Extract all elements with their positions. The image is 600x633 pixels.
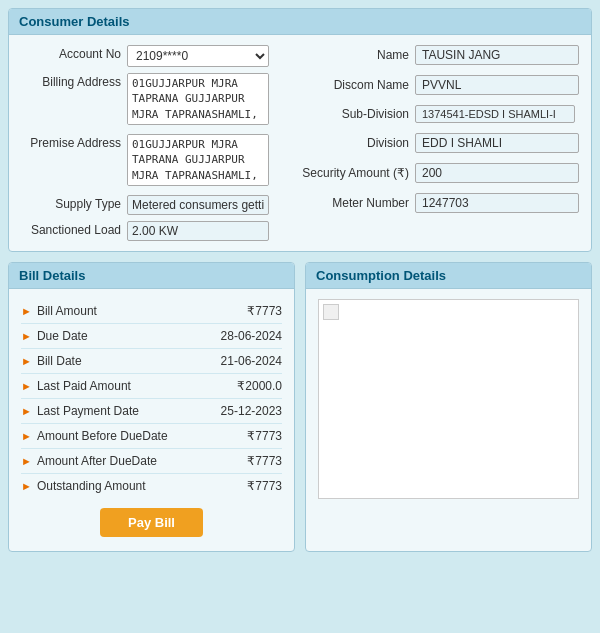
bill-item-left: ► Bill Date bbox=[21, 354, 82, 368]
bill-item-value: ₹7773 bbox=[247, 429, 282, 443]
sub-division-input bbox=[415, 105, 575, 123]
division-row: Division bbox=[289, 133, 579, 153]
sub-division-value bbox=[415, 105, 575, 123]
bill-list-item[interactable]: ► Bill Date 21-06-2024 bbox=[21, 349, 282, 374]
bill-item-label: Amount Before DueDate bbox=[37, 429, 168, 443]
bill-item-left: ► Bill Amount bbox=[21, 304, 97, 318]
bill-item-label: Last Paid Amount bbox=[37, 379, 131, 393]
bill-item-left: ► Due Date bbox=[21, 329, 88, 343]
arrow-icon: ► bbox=[21, 355, 32, 367]
arrow-icon: ► bbox=[21, 455, 32, 467]
supply-type-input bbox=[127, 195, 269, 215]
arrow-icon: ► bbox=[21, 330, 32, 342]
supply-type-row: Supply Type bbox=[21, 195, 269, 215]
bill-item-value: 28-06-2024 bbox=[221, 329, 282, 343]
security-amount-label: Security Amount (₹) bbox=[289, 166, 409, 180]
consumer-details-section: Consumer Details Account No 2109****0 Bi… bbox=[8, 8, 592, 252]
consumption-details-section: Consumption Details bbox=[305, 262, 592, 552]
bill-item-left: ► Amount After DueDate bbox=[21, 454, 157, 468]
sanctioned-load-input bbox=[127, 221, 269, 241]
premise-address-label: Premise Address bbox=[21, 134, 121, 150]
arrow-icon: ► bbox=[21, 430, 32, 442]
consumer-left-col: Account No 2109****0 Billing Address Pre… bbox=[21, 45, 269, 241]
discom-name-input bbox=[415, 75, 579, 95]
meter-number-value bbox=[415, 193, 579, 213]
account-no-row: Account No 2109****0 bbox=[21, 45, 269, 67]
bill-item-value: ₹2000.0 bbox=[237, 379, 282, 393]
billing-address-row: Billing Address bbox=[21, 73, 269, 128]
account-no-select[interactable]: 2109****0 bbox=[127, 45, 269, 67]
meter-number-label: Meter Number bbox=[289, 196, 409, 210]
account-no-value[interactable]: 2109****0 bbox=[127, 45, 269, 67]
consumer-details-title: Consumer Details bbox=[9, 9, 591, 35]
sub-division-row: Sub-Division bbox=[289, 105, 579, 123]
billing-address-value bbox=[127, 73, 269, 128]
premise-address-textarea bbox=[127, 134, 269, 186]
consumption-chart-area bbox=[318, 299, 579, 499]
arrow-icon: ► bbox=[21, 480, 32, 492]
bill-item-value: 25-12-2023 bbox=[221, 404, 282, 418]
bill-details-content: ► Bill Amount ₹7773 ► Due Date 28-06-202… bbox=[9, 289, 294, 551]
security-amount-row: Security Amount (₹) bbox=[289, 163, 579, 183]
consumption-image-placeholder bbox=[323, 304, 339, 320]
name-value bbox=[415, 45, 579, 65]
account-no-label: Account No bbox=[21, 45, 121, 61]
name-row: Name bbox=[289, 45, 579, 65]
billing-address-textarea bbox=[127, 73, 269, 125]
sub-division-label: Sub-Division bbox=[289, 107, 409, 121]
bill-list-item[interactable]: ► Amount After DueDate ₹7773 bbox=[21, 449, 282, 474]
security-amount-value bbox=[415, 163, 579, 183]
sanctioned-load-value bbox=[127, 221, 269, 241]
bill-details-list: ► Bill Amount ₹7773 ► Due Date 28-06-202… bbox=[21, 299, 282, 498]
bill-item-label: Bill Amount bbox=[37, 304, 97, 318]
pay-bill-row: Pay Bill bbox=[21, 498, 282, 541]
arrow-icon: ► bbox=[21, 405, 32, 417]
division-input bbox=[415, 133, 579, 153]
bill-list-item[interactable]: ► Outstanding Amount ₹7773 bbox=[21, 474, 282, 498]
security-amount-input bbox=[415, 163, 579, 183]
discom-name-label: Discom Name bbox=[289, 78, 409, 92]
meter-number-input bbox=[415, 193, 579, 213]
bill-list-item[interactable]: ► Last Payment Date 25-12-2023 bbox=[21, 399, 282, 424]
bill-item-left: ► Outstanding Amount bbox=[21, 479, 146, 493]
discom-name-row: Discom Name bbox=[289, 75, 579, 95]
bill-list-item[interactable]: ► Last Paid Amount ₹2000.0 bbox=[21, 374, 282, 399]
supply-type-label: Supply Type bbox=[21, 195, 121, 211]
premise-address-value bbox=[127, 134, 269, 189]
name-input bbox=[415, 45, 579, 65]
bill-list-item[interactable]: ► Amount Before DueDate ₹7773 bbox=[21, 424, 282, 449]
pay-bill-button[interactable]: Pay Bill bbox=[100, 508, 203, 537]
bill-item-label: Outstanding Amount bbox=[37, 479, 146, 493]
consumption-details-title: Consumption Details bbox=[306, 263, 591, 289]
bill-list-item[interactable]: ► Bill Amount ₹7773 bbox=[21, 299, 282, 324]
supply-type-value bbox=[127, 195, 269, 215]
discom-name-value bbox=[415, 75, 579, 95]
meter-number-row: Meter Number bbox=[289, 193, 579, 213]
consumer-right-col: Name Discom Name Sub-Division bbox=[289, 45, 579, 241]
bill-list-item[interactable]: ► Due Date 28-06-2024 bbox=[21, 324, 282, 349]
sanctioned-load-label: Sanctioned Load bbox=[21, 221, 121, 237]
name-label: Name bbox=[289, 48, 409, 62]
billing-address-label: Billing Address bbox=[21, 73, 121, 89]
bill-details-section: Bill Details ► Bill Amount ₹7773 ► Due D… bbox=[8, 262, 295, 552]
bill-item-value: ₹7773 bbox=[247, 454, 282, 468]
division-label: Division bbox=[289, 136, 409, 150]
bill-details-title: Bill Details bbox=[9, 263, 294, 289]
bottom-grid: Bill Details ► Bill Amount ₹7773 ► Due D… bbox=[8, 262, 592, 562]
bill-item-left: ► Last Payment Date bbox=[21, 404, 139, 418]
bill-item-left: ► Last Paid Amount bbox=[21, 379, 131, 393]
bill-item-label: Bill Date bbox=[37, 354, 82, 368]
arrow-icon: ► bbox=[21, 380, 32, 392]
bill-item-value: ₹7773 bbox=[247, 479, 282, 493]
bill-item-label: Last Payment Date bbox=[37, 404, 139, 418]
division-value bbox=[415, 133, 579, 153]
bill-item-label: Due Date bbox=[37, 329, 88, 343]
bill-item-value: 21-06-2024 bbox=[221, 354, 282, 368]
bill-item-value: ₹7773 bbox=[247, 304, 282, 318]
arrow-icon: ► bbox=[21, 305, 32, 317]
sanctioned-load-row: Sanctioned Load bbox=[21, 221, 269, 241]
bill-item-label: Amount After DueDate bbox=[37, 454, 157, 468]
consumption-details-content bbox=[306, 289, 591, 509]
premise-address-row: Premise Address bbox=[21, 134, 269, 189]
bill-item-left: ► Amount Before DueDate bbox=[21, 429, 168, 443]
